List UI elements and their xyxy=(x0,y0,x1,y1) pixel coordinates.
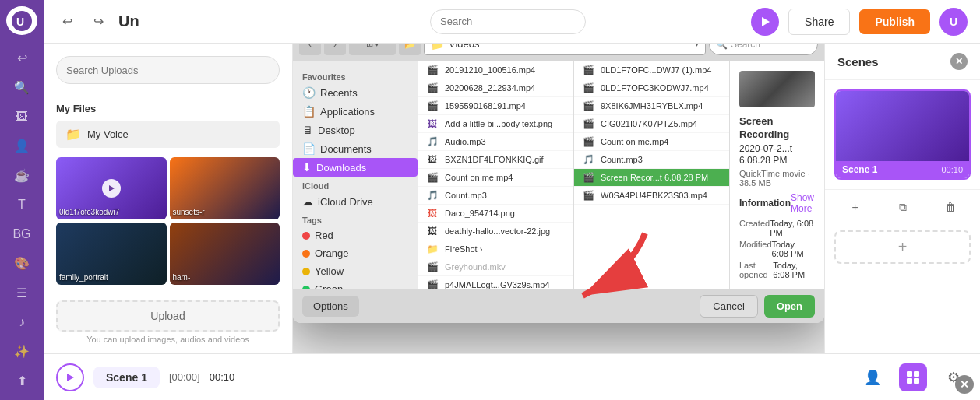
options-button[interactable]: Options xyxy=(302,296,359,317)
dialog-back-button[interactable]: ‹ xyxy=(299,44,321,55)
my-voice-button[interactable]: 📁 My Voice xyxy=(56,121,280,148)
timeline-person-icon-button[interactable]: 👤 xyxy=(858,363,887,391)
dialog-path-button[interactable]: 📂 xyxy=(399,44,421,55)
scene-name: Scene 1 xyxy=(842,164,877,175)
modified-label: Modified xyxy=(739,240,772,258)
file-item[interactable]: 🎬 Count on me.mp4 xyxy=(574,133,729,151)
open-button[interactable]: Open xyxy=(764,295,815,318)
sidebar-icon-bg[interactable]: BG xyxy=(8,221,36,247)
show-more-link[interactable]: Show More xyxy=(791,192,815,214)
applications-label: Applications xyxy=(320,106,375,118)
scene-delete-button[interactable]: 🗑 xyxy=(939,196,961,218)
file-name: Daco_954714.png xyxy=(445,209,567,218)
file-name: Add a little bi...body text.png xyxy=(445,119,567,128)
search-uploads-input[interactable] xyxy=(56,56,280,84)
file-item[interactable]: 🖼 deathly-hallo...vector-22.jpg xyxy=(418,223,573,240)
share-button[interactable]: Share xyxy=(788,9,850,35)
bottom-close-button[interactable]: ✕ xyxy=(955,375,974,394)
dialog-forward-button[interactable]: › xyxy=(324,44,346,55)
sidebar-icon-filter[interactable]: 🎨 xyxy=(8,250,36,276)
file-item[interactable]: 🎬 CIG021I07K07PTZ5.mp4 xyxy=(574,115,729,133)
dialog-view-button[interactable]: ⊞▾ xyxy=(349,44,396,55)
avatar[interactable]: U xyxy=(939,8,968,36)
file-item[interactable]: 🎬 p4JMALLogt...GV3z9s.mp4 xyxy=(418,276,573,289)
sidebar-icon-media[interactable]: 🖼 xyxy=(8,104,36,130)
file-item-selected[interactable]: 🎬 Screen Recor...t 6.08.28 PM xyxy=(574,169,729,187)
file-item[interactable]: 🎬 0LD1F7OFC...DWJ7 (1).mp4 xyxy=(574,61,729,79)
scene-actions: + ⧉ 🗑 xyxy=(825,189,980,224)
documents-label: Documents xyxy=(320,143,372,155)
sidebar-item-applications[interactable]: 📋 Applications xyxy=(293,102,418,121)
timeline-scene-grid-button[interactable] xyxy=(899,363,927,391)
icloud-label: iCloud Drive xyxy=(318,196,373,208)
sidebar-icon-upload[interactable]: ⬆ xyxy=(8,367,36,394)
sidebar-icon-music[interactable]: ♪ xyxy=(8,309,36,335)
file-item[interactable]: 🎵 Count.mp3 xyxy=(418,187,573,205)
file-item[interactable]: 🎵 Audio.mp3 xyxy=(418,133,573,151)
thumbnail-item[interactable]: 0ld1f7ofc3kodwi7 xyxy=(56,157,167,219)
tag-orange[interactable]: Orange xyxy=(293,244,418,262)
play-preview-button[interactable] xyxy=(751,8,779,36)
sidebar-icon-text[interactable]: T xyxy=(8,191,36,218)
upload-button[interactable]: Upload xyxy=(56,300,280,332)
sidebar-icon-undo[interactable]: ↩ xyxy=(8,44,36,71)
upload-hint: You can upload images, audios and videos xyxy=(56,335,280,344)
search-input[interactable] xyxy=(430,9,586,34)
sidebar-item-desktop[interactable]: 🖥 Desktop xyxy=(293,121,418,139)
file-item[interactable]: 🎬 W0SA4PU4EBK23S03.mp4 xyxy=(574,187,729,205)
thumbnail-label: sunsets-r xyxy=(173,208,205,216)
sidebar-item-downloads[interactable]: ⬇ Downloads xyxy=(293,158,418,177)
file-icon: 🎬 xyxy=(580,100,596,111)
tag-green[interactable]: Green xyxy=(293,280,418,289)
scenes-title: Scenes xyxy=(837,55,879,68)
sidebar-icon-user[interactable]: 👤 xyxy=(8,133,36,160)
dialog-location-bar[interactable]: 📁 Videos ▾ xyxy=(424,44,706,55)
scene-add-button[interactable]: + xyxy=(844,196,866,218)
scenes-close-button[interactable]: ✕ xyxy=(950,53,968,70)
dialog-file-list-col2: 🎬 0LD1F7OFC...DWJ7 (1).mp4 🎬 0LD1F7OFC3K… xyxy=(573,61,729,289)
file-item[interactable]: 🎬 Greyhound.mkv xyxy=(418,258,573,276)
tag-red[interactable]: Red xyxy=(293,226,418,244)
sidebar-item-icloud[interactable]: ☁ iCloud Drive xyxy=(293,192,418,211)
scene-card[interactable]: Scene 1 00:10 xyxy=(834,89,971,180)
undo-button[interactable]: ↩ xyxy=(56,11,78,33)
file-item[interactable]: 🖼 Add a little bi...body text.png xyxy=(418,115,573,133)
dialog-search-box[interactable]: 🔍 Search xyxy=(709,44,818,55)
timeline-duration: 00:10 xyxy=(210,371,235,383)
file-name: 9X8IK6JMH31RYBLX.mp4 xyxy=(601,101,723,111)
thumbnail-item[interactable]: sunsets-r xyxy=(170,157,280,219)
redo-button[interactable]: ↪ xyxy=(87,11,109,33)
scene-duplicate-button[interactable]: ⧉ xyxy=(892,196,914,218)
location-dropdown-icon: ▾ xyxy=(695,44,699,48)
timeline-play-button[interactable] xyxy=(56,363,84,391)
thumbnail-item[interactable]: ham- xyxy=(170,223,280,285)
add-scene-button[interactable]: + xyxy=(834,230,971,264)
upload-panel: My Files 📁 My Voice 0ld1f7ofc3kodwi7 sun… xyxy=(44,44,293,353)
sidebar-icon-list[interactable]: ☰ xyxy=(8,279,36,306)
file-item[interactable]: 📁 FireShot › xyxy=(418,240,573,258)
sidebar-icon-coffee[interactable]: ☕ xyxy=(8,162,36,188)
sidebar-icon-effects[interactable]: ✨ xyxy=(8,339,36,365)
svg-rect-7 xyxy=(914,371,919,377)
publish-button[interactable]: Publish xyxy=(859,9,930,34)
applications-icon: 📋 xyxy=(302,105,316,118)
sidebar-icon-search[interactable]: 🔍 xyxy=(8,74,36,100)
file-item[interactable]: 🎬 20191210_100516.mp4 xyxy=(418,61,573,79)
timeline-scene-tag[interactable]: Scene 1 xyxy=(93,367,160,388)
tag-yellow[interactable]: Yellow xyxy=(293,262,418,280)
file-item[interactable]: 🎬 20200628_212934.mp4 xyxy=(418,79,573,97)
sidebar-item-documents[interactable]: 📄 Documents xyxy=(293,139,418,158)
file-item[interactable]: 🎬 Count on me.mp4 xyxy=(418,169,573,187)
file-dialog: ‹ › ⊞▾ 📂 📁 Videos ▾ xyxy=(293,44,824,323)
thumbnail-item[interactable]: family_portrait xyxy=(56,223,167,285)
file-item[interactable]: 🖼 BXZN1DF4LFONKKIQ.gif xyxy=(418,151,573,169)
file-item[interactable]: 🎬 9X8IK6JMH31RYBLX.mp4 xyxy=(574,97,729,115)
dialog-toolbar: ‹ › ⊞▾ 📂 📁 Videos ▾ xyxy=(293,44,824,61)
cancel-button[interactable]: Cancel xyxy=(700,295,757,318)
sidebar-item-recents[interactable]: 🕐 Recents xyxy=(293,83,418,102)
file-item[interactable]: 🖼 Daco_954714.png xyxy=(418,205,573,223)
file-icon: 🎵 xyxy=(425,136,440,147)
file-item[interactable]: 🎵 Count.mp3 xyxy=(574,151,729,169)
file-item[interactable]: 🎬 0LD1F7OFC3KODWJ7.mp4 xyxy=(574,79,729,97)
file-item[interactable]: 🎬 1595590168191.mp4 xyxy=(418,97,573,115)
